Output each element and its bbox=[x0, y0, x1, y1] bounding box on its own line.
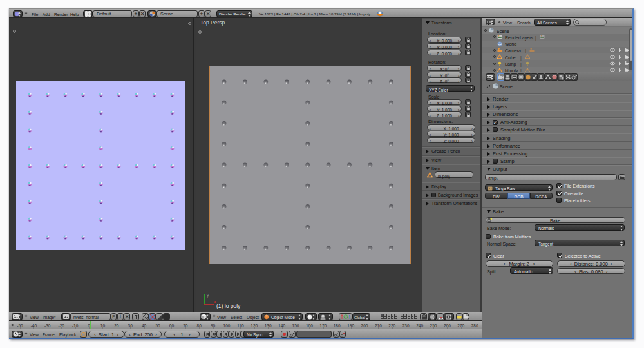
svg-text:+: + bbox=[337, 334, 339, 337]
